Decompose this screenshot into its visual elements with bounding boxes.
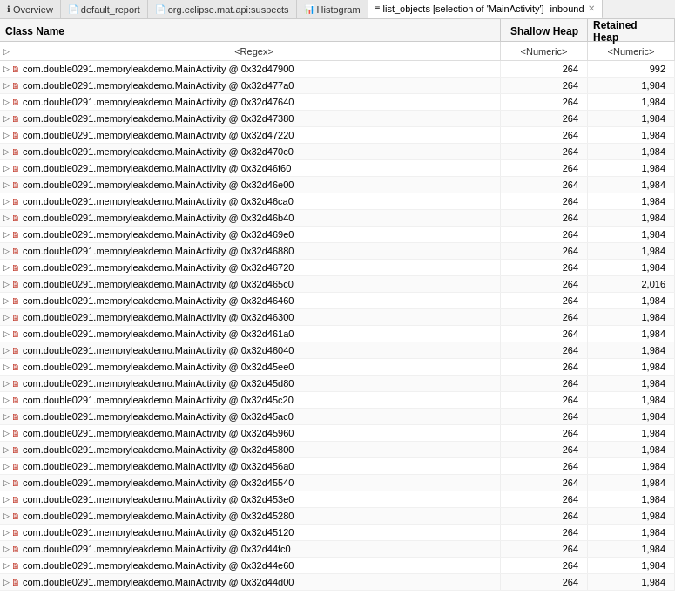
row-expander-icon[interactable]: ▷ [3,561,10,570]
table-row[interactable]: ▷🗎com.double0291.memoryleakdemo.MainActi… [0,376,675,392]
table-row[interactable]: ▷🗎com.double0291.memoryleakdemo.MainActi… [0,475,675,491]
table-row[interactable]: ▷🗎com.double0291.memoryleakdemo.MainActi… [0,227,675,243]
row-expander-icon[interactable]: ▷ [3,197,10,206]
object-icon: 🗎 [11,98,20,107]
filter-class-cell: ▷ [0,42,501,60]
table-row[interactable]: ▷🗎com.double0291.memoryleakdemo.MainActi… [0,558,675,574]
table-row[interactable]: ▷🗎com.double0291.memoryleakdemo.MainActi… [0,61,675,78]
tab-list-objects[interactable]: ≡ list_objects [selection of 'MainActivi… [368,0,603,19]
table-row[interactable]: ▷🗎com.double0291.memoryleakdemo.MainActi… [0,508,675,525]
row-expander-icon[interactable]: ▷ [3,180,10,189]
tab-suspects-label: org.eclipse.mat.api:suspects [168,4,289,15]
cell-shallow-heap: 264 [501,193,588,209]
row-expander-icon[interactable]: ▷ [3,362,10,371]
table-row[interactable]: ▷🗎com.double0291.memoryleakdemo.MainActi… [0,243,675,260]
tab-default-report[interactable]: 📄 default_report [61,0,148,19]
table-row[interactable]: ▷🗎com.double0291.memoryleakdemo.MainActi… [0,210,675,227]
class-name-text: com.double0291.memoryleakdemo.MainActivi… [23,130,294,140]
filter-retained-input[interactable] [591,46,671,57]
col-class-name[interactable]: Class Name [0,19,501,44]
row-expander-icon[interactable]: ▷ [3,445,10,454]
object-icon: 🗎 [11,131,20,140]
row-expander-icon[interactable]: ▷ [3,296,10,305]
row-expander-icon[interactable]: ▷ [3,346,10,355]
table-row[interactable]: ▷🗎com.double0291.memoryleakdemo.MainActi… [0,392,675,409]
row-expander-icon[interactable]: ▷ [3,578,10,586]
table-row[interactable]: ▷🗎com.double0291.memoryleakdemo.MainActi… [0,425,675,442]
class-name-text: com.double0291.memoryleakdemo.MainActivi… [23,146,294,157]
row-expander-icon[interactable]: ▷ [3,528,10,537]
row-expander-icon[interactable]: ▷ [3,429,10,437]
row-expander-icon[interactable]: ▷ [3,495,10,504]
table-row[interactable]: ▷🗎com.double0291.memoryleakdemo.MainActi… [0,326,675,342]
col-shallow-heap-label: Shallow Heap [510,25,578,37]
row-expander-icon[interactable]: ▷ [3,478,10,487]
tab-overview[interactable]: ℹ Overview [0,0,61,19]
cell-shallow-heap: 264 [501,475,588,491]
row-expander-icon[interactable]: ▷ [3,98,10,106]
table-row[interactable]: ▷🗎com.double0291.memoryleakdemo.MainActi… [0,491,675,508]
table-row[interactable]: ▷🗎com.double0291.memoryleakdemo.MainActi… [0,293,675,309]
table-row[interactable]: ▷🗎com.double0291.memoryleakdemo.MainActi… [0,525,675,541]
table-row[interactable]: ▷🗎com.double0291.memoryleakdemo.MainActi… [0,409,675,425]
row-expander-icon[interactable]: ▷ [3,462,10,470]
table-row[interactable]: ▷🗎com.double0291.memoryleakdemo.MainActi… [0,260,675,276]
tab-list-objects-label: list_objects [selection of 'MainActivity… [383,3,584,14]
row-expander-icon[interactable]: ▷ [3,545,10,553]
row-expander-icon[interactable]: ▷ [3,313,10,322]
row-expander-icon[interactable]: ▷ [3,412,10,421]
table-row[interactable]: ▷🗎com.double0291.memoryleakdemo.MainActi… [0,342,675,359]
cell-class-name: ▷🗎com.double0291.memoryleakdemo.MainActi… [0,293,501,308]
row-expander-icon[interactable]: ▷ [3,164,10,173]
tab-suspects[interactable]: 📄 org.eclipse.mat.api:suspects [148,0,297,19]
table-row[interactable]: ▷🗎com.double0291.memoryleakdemo.MainActi… [0,177,675,193]
row-expander-icon[interactable]: ▷ [3,379,10,388]
table-row[interactable]: ▷🗎com.double0291.memoryleakdemo.MainActi… [0,111,675,127]
table-row[interactable]: ▷🗎com.double0291.memoryleakdemo.MainActi… [0,193,675,210]
row-expander-icon[interactable]: ▷ [3,280,10,288]
row-expander-icon[interactable]: ▷ [3,396,10,404]
tab-histogram[interactable]: 📊 Histogram [297,0,368,19]
cell-shallow-heap: 264 [501,160,588,176]
filter-shallow-input[interactable] [504,46,584,57]
table-row[interactable]: ▷🗎com.double0291.memoryleakdemo.MainActi… [0,276,675,293]
cell-class-name: ▷🗎com.double0291.memoryleakdemo.MainActi… [0,260,501,275]
row-expander-icon[interactable]: ▷ [3,263,10,272]
class-name-text: com.double0291.memoryleakdemo.MainActivi… [23,262,294,273]
cell-shallow-heap: 264 [501,227,588,242]
class-name-text: com.double0291.memoryleakdemo.MainActivi… [23,295,294,306]
col-shallow-heap[interactable]: Shallow Heap [501,19,588,44]
row-expander-icon[interactable]: ▷ [3,131,10,139]
row-expander-icon[interactable]: ▷ [3,247,10,255]
cell-retained-heap: 1,984 [588,210,675,226]
cell-retained-heap: 1,984 [588,160,675,176]
table-row[interactable]: ▷🗎com.double0291.memoryleakdemo.MainActi… [0,574,675,591]
col-retained-heap[interactable]: Retained Heap [588,19,675,44]
table-row[interactable]: ▷🗎com.double0291.memoryleakdemo.MainActi… [0,160,675,177]
table-row[interactable]: ▷🗎com.double0291.memoryleakdemo.MainActi… [0,541,675,558]
table-row[interactable]: ▷🗎com.double0291.memoryleakdemo.MainActi… [0,78,675,94]
table-row[interactable]: ▷🗎com.double0291.memoryleakdemo.MainActi… [0,94,675,111]
cell-shallow-heap: 264 [501,425,588,441]
class-name-text: com.double0291.memoryleakdemo.MainActivi… [23,477,294,488]
row-expander-icon[interactable]: ▷ [3,213,10,222]
cell-retained-heap: 1,984 [588,309,675,325]
table-row[interactable]: ▷🗎com.double0291.memoryleakdemo.MainActi… [0,127,675,144]
row-expander-icon[interactable]: ▷ [3,329,10,338]
table-row[interactable]: ▷🗎com.double0291.memoryleakdemo.MainActi… [0,442,675,458]
filter-class-input[interactable] [11,46,496,57]
row-expander-icon[interactable]: ▷ [3,81,10,90]
table-row[interactable]: ▷🗎com.double0291.memoryleakdemo.MainActi… [0,309,675,326]
row-expander-icon[interactable]: ▷ [3,511,10,520]
table-row[interactable]: ▷🗎com.double0291.memoryleakdemo.MainActi… [0,359,675,376]
table-row[interactable]: ▷🗎com.double0291.memoryleakdemo.MainActi… [0,458,675,475]
table-row[interactable]: ▷🗎com.double0291.memoryleakdemo.MainActi… [0,144,675,160]
row-expander-icon[interactable]: ▷ [3,64,10,73]
class-name-text: com.double0291.memoryleakdemo.MainActivi… [23,345,294,355]
row-expander-icon[interactable]: ▷ [3,114,10,123]
tab-close-icon[interactable]: ✕ [588,3,595,13]
row-expander-icon[interactable]: ▷ [3,147,10,156]
object-icon: 🗎 [11,379,20,389]
cell-retained-heap: 1,984 [588,491,675,507]
row-expander-icon[interactable]: ▷ [3,230,10,239]
